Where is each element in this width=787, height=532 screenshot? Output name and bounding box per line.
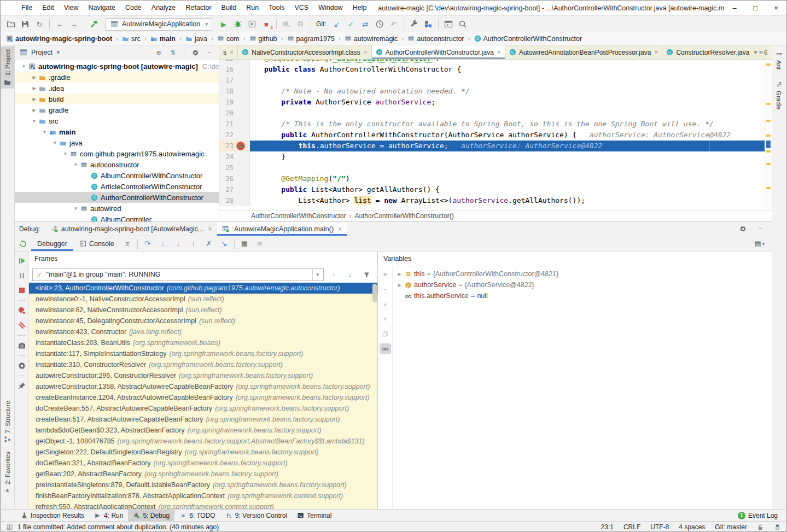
close-icon[interactable]: ×: [338, 225, 342, 233]
stack-frame-row[interactable]: autowireConstructor:295, ConstructorReso…: [29, 370, 377, 381]
editor-tab[interactable]: s×: [219, 45, 238, 59]
chevron-down-icon[interactable]: ▼: [56, 50, 61, 55]
save-button[interactable]: [18, 17, 32, 31]
stop-red-button[interactable]: [16, 285, 27, 295]
locate-button[interactable]: ⊕: [153, 46, 165, 59]
toolwindow-button-terminal[interactable]: Terminal: [292, 510, 336, 521]
code-line[interactable]: 18 /* Note - No autowired annotation nee…: [219, 86, 765, 97]
code-text[interactable]: @RequestMapping("authorswithconstructor"…: [250, 60, 765, 64]
stack-frame-row[interactable]: doCreateBean:557, AbstractAutowireCapabl…: [29, 403, 377, 414]
breakpoint-icon[interactable]: [235, 142, 246, 150]
editor-gutter[interactable]: 26: [219, 173, 250, 184]
breadcrumb-item[interactable]: java: [185, 35, 207, 43]
close-icon[interactable]: ×: [208, 225, 212, 233]
arrow-down-button[interactable]: ↓: [345, 268, 355, 281]
settings-gear-button[interactable]: [189, 46, 201, 59]
debug-session-tab[interactable]: autowiring-magic-spring-boot [AutowireMa…: [46, 222, 217, 236]
maximize-button[interactable]: □: [745, 1, 766, 15]
stack-frame-row[interactable]: preInstantiateSingletons:879, DefaultLis…: [29, 480, 377, 490]
close-icon[interactable]: ×: [654, 49, 658, 56]
thread-selector-dropdown[interactable]: ▾: [312, 269, 322, 280]
run-anything-button[interactable]: [441, 17, 456, 31]
project-tree-item[interactable]: ▶build: [15, 93, 219, 104]
editor-tab[interactable]: CAuthorControllerWithConstructor.java×: [372, 45, 505, 59]
menu-code[interactable]: Code: [120, 1, 147, 15]
breadcrumb-item[interactable]: autowiring-magic-spring-boot: [6, 35, 112, 43]
project-tree-item[interactable]: CArticleControllerWithConstructor: [15, 181, 219, 192]
line-number[interactable]: 17: [219, 75, 234, 86]
project-tree-item[interactable]: ▼java: [15, 137, 219, 148]
stack-frame-row[interactable]: finishBeanFactoryInitialization:878, Abs…: [29, 490, 377, 501]
step-over-button[interactable]: ↷: [141, 237, 155, 250]
settings-gear-button[interactable]: [737, 223, 749, 236]
thread-selector[interactable]: ✓ "main"@1 in group "main": RUNNING ▾: [32, 268, 324, 281]
minimize-button[interactable]: –: [724, 1, 745, 15]
pause-button[interactable]: [16, 271, 27, 280]
stripe-tab----favorites[interactable]: 2: Favorites★: [1, 449, 14, 497]
menu-refactor[interactable]: Refactor: [180, 1, 216, 15]
line-number[interactable]: 21: [219, 119, 234, 130]
toolwindow-button----todo[interactable]: ≡6: TODO: [174, 510, 220, 521]
git-merge-button[interactable]: ⇄: [358, 17, 372, 31]
code-line[interactable]: 16public class AuthorControllerWithConst…: [219, 64, 765, 75]
project-tree-item[interactable]: CAlbumControllerWithConstructor: [15, 170, 219, 181]
rollback-button[interactable]: ↶: [387, 17, 401, 31]
search-button[interactable]: [456, 17, 470, 31]
debug-session-tab[interactable]: :AutowireMagicApplication.main()×: [217, 222, 347, 236]
toolwindow-button----run[interactable]: ▶4: Run: [89, 510, 128, 521]
stack-frame-row[interactable]: lambda$doGetBean$0:323, AbstractBeanFact…: [29, 425, 377, 436]
toolwindow-button----version-control[interactable]: 9: Version Control: [220, 510, 292, 521]
move-up-button[interactable]: ▲: [380, 299, 391, 309]
hammer-button[interactable]: [87, 17, 101, 31]
run-button[interactable]: ▶: [217, 17, 231, 31]
evaluate-button[interactable]: ▦: [237, 237, 252, 250]
run-configuration-selector[interactable]: AutowireMagicApplication▾: [106, 18, 212, 31]
stripe-tab----structure[interactable]: 7: Structure: [1, 398, 14, 446]
breadcrumb-item[interactable]: autoconstructor: [407, 35, 464, 43]
editor-gutter[interactable]: 17: [219, 75, 250, 86]
chevron-down-icon[interactable]: ▼: [40, 130, 49, 135]
status-message[interactable]: 1 file committed: Added comment about du…: [18, 523, 219, 531]
history-button[interactable]: [372, 17, 387, 31]
git-commit-button[interactable]: ✓: [344, 17, 358, 31]
code-line[interactable]: 20: [219, 108, 765, 119]
chevron-down-icon[interactable]: ▼: [71, 206, 80, 211]
collapse-all-button[interactable]: ⇅: [167, 46, 179, 59]
menu-navigate[interactable]: Navigate: [84, 1, 120, 15]
rerun-button[interactable]: [16, 237, 30, 250]
project-structure-button[interactable]: [421, 17, 435, 31]
editor-gutter[interactable]: 21: [219, 119, 250, 130]
project-tree-item[interactable]: CAuthorControllerWithConstructor: [15, 192, 219, 203]
editor-gutter[interactable]: 15: [219, 60, 250, 64]
code-line[interactable]: 25: [219, 162, 765, 173]
show-watches-button[interactable]: [380, 343, 391, 354]
stack-frame-row[interactable]: createBean:517, AbstractAutowireCapableB…: [29, 414, 377, 425]
code-text[interactable]: [250, 162, 765, 173]
code-text[interactable]: public List<Author> getAllAuthors() {: [250, 184, 765, 195]
project-tree-item[interactable]: ▼autowired: [15, 203, 219, 214]
chevron-down-icon[interactable]: ▼: [61, 151, 70, 156]
attach-button[interactable]: [279, 17, 294, 31]
tab-debugger[interactable]: Debugger: [31, 236, 73, 251]
breadcrumb-item[interactable]: com: [217, 35, 240, 43]
code-line[interactable]: 19 private AuthorService authorService;: [219, 97, 765, 108]
menu-tools[interactable]: Tools: [264, 1, 289, 15]
stripe-tab-ant[interactable]: Ant: [771, 48, 786, 72]
stack-frame-row[interactable]: createBeanInstance:1204, AbstractAutowir…: [29, 392, 377, 403]
breadcrumb-item[interactable]: src: [122, 35, 141, 43]
camera-button[interactable]: [16, 341, 27, 350]
code-line[interactable]: 26 @GetMapping("/"): [219, 173, 765, 184]
project-tree-item[interactable]: ▶.idea: [15, 83, 219, 93]
code-line[interactable]: 17: [219, 75, 765, 86]
back-button[interactable]: ←: [53, 17, 67, 31]
stack-frame-row[interactable]: newInstance:423, Constructor(java.lang.r…: [29, 326, 377, 337]
variable-row[interactable]: ▶pauthorService = {AuthorService@4822}: [393, 279, 772, 290]
code-line[interactable]: 27 public List<Author> getAllAuthors() {: [219, 184, 765, 195]
breadcrumb-item[interactable]: pagram1975: [287, 35, 335, 43]
open-button[interactable]: [4, 17, 18, 31]
menu-run[interactable]: Run: [241, 1, 264, 15]
status-item[interactable]: 4 spaces: [679, 523, 705, 531]
coverage-button[interactable]: [245, 17, 259, 31]
project-tree-item[interactable]: ▼src: [15, 115, 219, 126]
remove-watch-button[interactable]: −: [380, 284, 391, 295]
